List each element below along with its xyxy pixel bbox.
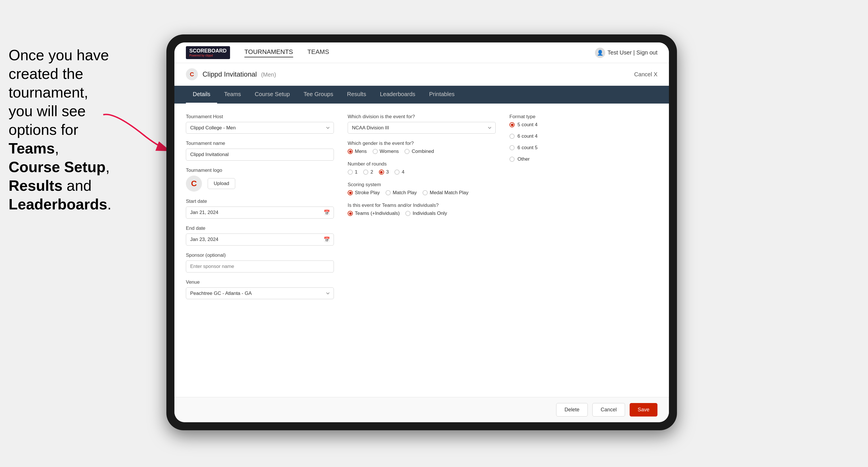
gender-womens[interactable]: Womens xyxy=(373,149,399,154)
tournament-icon: C xyxy=(186,68,198,80)
logo-circle: C xyxy=(186,176,202,192)
tab-course-setup[interactable]: Course Setup xyxy=(248,86,297,103)
format-type-label: Format type xyxy=(509,114,657,120)
gender-combined-radio[interactable] xyxy=(404,149,410,154)
cancel-tournament-btn[interactable]: Cancel X xyxy=(634,71,657,78)
scoring-stroke[interactable]: Stroke Play xyxy=(348,190,380,196)
gender-label: Which gender is the event for? xyxy=(348,141,496,146)
form-col-middle: Which division is the event for? NCAA Di… xyxy=(348,114,496,299)
upload-logo-btn[interactable]: Upload xyxy=(208,178,235,189)
gender-mens-radio[interactable] xyxy=(348,149,353,154)
cancel-button[interactable]: Cancel xyxy=(592,403,625,416)
gender-radio-group: Mens Womens Combined xyxy=(348,149,496,154)
end-date-group: End date 📅 xyxy=(186,225,334,246)
format-other-radio[interactable] xyxy=(509,157,515,162)
venue-select[interactable]: Peachtree GC - Atlanta - GA xyxy=(186,287,334,299)
venue-group: Venue Peachtree GC - Atlanta - GA xyxy=(186,279,334,299)
rounds-1[interactable]: 1 xyxy=(348,169,358,175)
scoring-group: Scoring system Stroke Play Match Play xyxy=(348,182,496,196)
rounds-4-radio[interactable] xyxy=(395,169,400,175)
teams-individuals-radio-group: Teams (+Individuals) Individuals Only xyxy=(348,211,496,216)
tablet-frame: SCOREBOARD Powered by clippd TOURNAMENTS… xyxy=(166,34,677,430)
sponsor-input[interactable] xyxy=(186,260,334,273)
tab-tee-groups[interactable]: Tee Groups xyxy=(297,86,340,103)
logo-area: SCOREBOARD Powered by clippd xyxy=(186,46,230,59)
user-avatar: 👤 xyxy=(595,48,605,58)
tab-details[interactable]: Details xyxy=(186,86,217,103)
tab-leaderboards[interactable]: Leaderboards xyxy=(373,86,422,103)
format-type-group: Format type 5 count 4 6 count 4 6 count … xyxy=(509,114,657,165)
form-col-right: Format type 5 count 4 6 count 4 6 count … xyxy=(509,114,657,299)
rounds-2-radio[interactable] xyxy=(363,169,368,175)
individuals-only-radio[interactable] xyxy=(405,211,410,216)
delete-button[interactable]: Delete xyxy=(556,403,588,416)
format-6count5[interactable]: 6 count 5 xyxy=(509,145,657,151)
gender-combined[interactable]: Combined xyxy=(404,149,434,154)
user-area: 👤 Test User | Sign out xyxy=(595,48,657,58)
format-5count4-radio[interactable] xyxy=(509,122,515,127)
format-6count5-radio[interactable] xyxy=(509,145,515,150)
tournament-name-label: Tournament name xyxy=(186,141,334,146)
scoring-medal-radio[interactable] xyxy=(423,190,428,195)
scoring-radio-group: Stroke Play Match Play Medal Match Play xyxy=(348,190,496,196)
tournament-host-label: Tournament Host xyxy=(186,114,334,120)
scoring-stroke-radio[interactable] xyxy=(348,190,353,195)
start-date-label: Start date xyxy=(186,198,334,204)
rounds-3[interactable]: 3 xyxy=(379,169,389,175)
teams-plus-radio[interactable] xyxy=(348,211,353,216)
rounds-4[interactable]: 4 xyxy=(395,169,404,175)
rounds-group: Number of rounds 1 2 xyxy=(348,161,496,175)
top-nav: SCOREBOARD Powered by clippd TOURNAMENTS… xyxy=(175,42,669,63)
rounds-radio-group: 1 2 3 4 xyxy=(348,169,496,175)
main-nav: TOURNAMENTS TEAMS xyxy=(244,48,595,57)
division-group: Which division is the event for? NCAA Di… xyxy=(348,114,496,134)
scoring-match[interactable]: Match Play xyxy=(385,190,417,196)
logo-upload-row: C Upload xyxy=(186,176,334,192)
tab-printables[interactable]: Printables xyxy=(422,86,462,103)
teams-individuals-group: Is this event for Teams and/or Individua… xyxy=(348,203,496,216)
tournament-host-select[interactable]: Clippd College - Men xyxy=(186,122,334,134)
format-6count4[interactable]: 6 count 4 xyxy=(509,133,657,139)
tournament-header: C Clippd Invitational (Men) Cancel X xyxy=(175,63,669,86)
rounds-3-radio[interactable] xyxy=(379,169,384,175)
teams-plus-individuals[interactable]: Teams (+Individuals) xyxy=(348,211,400,216)
gender-womens-radio[interactable] xyxy=(373,149,378,154)
main-content: Tournament Host Clippd College - Men Tou… xyxy=(175,103,669,397)
end-date-label: End date xyxy=(186,225,334,231)
individuals-only[interactable]: Individuals Only xyxy=(405,211,447,216)
form-col-left: Tournament Host Clippd College - Men Tou… xyxy=(186,114,334,299)
format-other[interactable]: Other xyxy=(509,156,657,162)
gender-group: Which gender is the event for? Mens Wome… xyxy=(348,141,496,154)
gender-mens[interactable]: Mens xyxy=(348,149,367,154)
scoring-medal-match[interactable]: Medal Match Play xyxy=(423,190,468,196)
nav-tournaments[interactable]: TOURNAMENTS xyxy=(244,48,293,57)
form-footer: Delete Cancel Save xyxy=(175,397,669,422)
rounds-1-radio[interactable] xyxy=(348,169,353,175)
tournament-title: Clippd Invitational (Men) xyxy=(203,70,276,78)
tournament-host-group: Tournament Host Clippd College - Men xyxy=(186,114,334,134)
venue-label: Venue xyxy=(186,279,334,285)
scoring-match-radio[interactable] xyxy=(385,190,391,195)
format-5count4[interactable]: 5 count 4 xyxy=(509,122,657,128)
division-select[interactable]: NCAA Division III xyxy=(348,122,496,134)
end-date-input[interactable] xyxy=(186,234,334,246)
teams-individuals-label: Is this event for Teams and/or Individua… xyxy=(348,203,496,208)
tournament-name-group: Tournament name xyxy=(186,141,334,161)
tab-row: Details Teams Course Setup Tee Groups Re… xyxy=(175,86,669,103)
nav-teams[interactable]: TEAMS xyxy=(308,48,329,57)
calendar-icon-end: 📅 xyxy=(323,237,330,243)
app-logo: SCOREBOARD Powered by clippd xyxy=(186,46,230,59)
user-sign-out[interactable]: Test User | Sign out xyxy=(608,49,657,56)
calendar-icon: 📅 xyxy=(323,209,330,216)
scoring-label: Scoring system xyxy=(348,182,496,188)
tab-results[interactable]: Results xyxy=(340,86,373,103)
start-date-input[interactable] xyxy=(186,207,334,219)
rounds-2[interactable]: 2 xyxy=(363,169,373,175)
start-date-group: Start date 📅 xyxy=(186,198,334,219)
tablet-screen: SCOREBOARD Powered by clippd TOURNAMENTS… xyxy=(175,42,669,422)
save-button[interactable]: Save xyxy=(630,403,657,416)
format-6count4-radio[interactable] xyxy=(509,134,515,139)
division-label: Which division is the event for? xyxy=(348,114,496,120)
tournament-name-input[interactable] xyxy=(186,149,334,161)
tab-teams[interactable]: Teams xyxy=(217,86,248,103)
